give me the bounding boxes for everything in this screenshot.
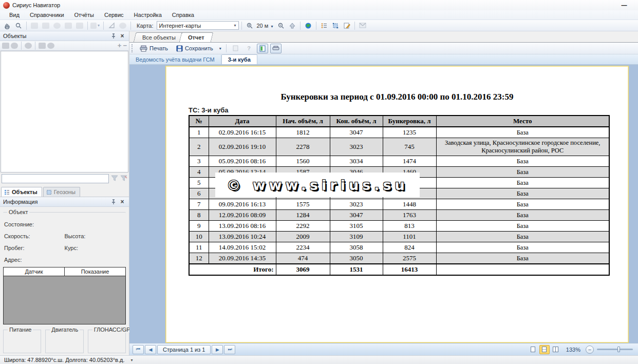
tab-all-objects[interactable]: Все объекты	[134, 32, 185, 42]
measure-icon[interactable]	[106, 21, 117, 30]
print-button[interactable]: Печать	[137, 44, 171, 53]
geozone-icon[interactable]	[330, 21, 341, 30]
table-cell: База	[436, 188, 609, 199]
status-bar: Широта: 47.88920°с.ш. Долгота: 40.05203°…	[0, 355, 638, 364]
objects-filter-input[interactable]	[2, 174, 109, 183]
map-scale-select[interactable]: 20 м ▾	[257, 23, 274, 29]
report-viewport[interactable]: Бункеровки за период с 01.09.2016 00:00 …	[129, 65, 638, 343]
globe-small-icon[interactable]	[47, 43, 54, 49]
link-icon[interactable]	[11, 43, 18, 49]
menu-view[interactable]: Вид	[4, 11, 25, 19]
table-cell: 1	[189, 127, 209, 138]
table-cell: 3058	[330, 242, 383, 253]
table-cell: 745	[383, 138, 436, 156]
zoom-select-icon[interactable]	[13, 21, 24, 30]
table-cell: 474	[276, 253, 330, 264]
prev-page-button[interactable]: ◀	[145, 345, 156, 354]
coordinates-text: Широта: 47.88920°с.ш. Долгота: 40.05203°…	[4, 357, 124, 363]
flag-icon[interactable]	[74, 21, 85, 30]
page-setup-icon[interactable]	[230, 44, 241, 53]
save-dropdown-arrow[interactable]: ▾	[218, 46, 222, 51]
totals-start-volume: 3069	[276, 264, 330, 275]
table-cell: 05.09.2016 08:16	[209, 156, 276, 167]
table-cell: 11	[189, 242, 209, 253]
vehicle-icon[interactable]	[39, 43, 46, 49]
group-objects-icon[interactable]	[2, 43, 9, 49]
table-cell: 1575	[276, 199, 330, 210]
watermark: © www.sirius.su	[215, 173, 420, 197]
print-layout-icon[interactable]	[270, 44, 282, 53]
expand-all-button[interactable]: +	[118, 43, 122, 48]
first-page-button[interactable]: ⏮	[133, 345, 144, 354]
layers-icon[interactable]: ▾	[90, 21, 101, 30]
table-cell: 3023	[330, 199, 383, 210]
table-row: 812.09.2016 08:09128430471763База	[189, 210, 609, 221]
geozone-icon	[46, 189, 52, 195]
table-cell: 6	[189, 188, 209, 199]
table-row: 709.09.2016 16:13157530231448База	[189, 199, 609, 210]
address-label: Адрес:	[4, 257, 22, 263]
map-select[interactable]: Интернет-карты ▾	[157, 21, 239, 30]
table-cell: 14.09.2016 15:02	[209, 242, 276, 253]
tab-fuel-sheet[interactable]: Ведомость учёта выдачи ГСМ	[129, 55, 221, 64]
tab-geozones[interactable]: Геозоны	[43, 187, 80, 197]
help-icon[interactable]: ?	[243, 44, 255, 53]
tab-3i-kuba[interactable]: 3-и куба	[221, 54, 257, 64]
zoom-slider[interactable]	[597, 349, 633, 350]
menu-service[interactable]: Сервис	[99, 11, 129, 19]
next-page-button[interactable]: ▶	[212, 345, 223, 354]
tab-report[interactable]: Отчет	[179, 32, 213, 42]
multi-page-view-button[interactable]	[551, 345, 561, 354]
close-icon[interactable]: ×	[119, 32, 126, 40]
page-view-icon[interactable]	[257, 44, 268, 53]
zoom-out-button[interactable]: −	[586, 346, 594, 354]
list-icon	[4, 189, 10, 195]
status-dropdown-icon[interactable]: ▾	[130, 358, 133, 362]
object-list-icon[interactable]	[319, 21, 329, 30]
filter-icon[interactable]	[111, 175, 118, 182]
zoom-out-icon[interactable]	[276, 21, 286, 30]
edit-notes-icon[interactable]	[342, 21, 352, 30]
home-view-icon[interactable]	[287, 21, 297, 30]
select-lasso-icon[interactable]	[41, 21, 51, 30]
menu-help[interactable]: Справка	[167, 11, 199, 19]
pin-icon[interactable]	[110, 198, 117, 205]
pin-icon[interactable]	[110, 32, 117, 40]
power-label: Питание	[8, 327, 33, 333]
show-on-map-icon[interactable]	[25, 43, 32, 49]
select-circle-icon[interactable]	[52, 21, 62, 30]
collapse-all-button[interactable]: −	[123, 43, 127, 48]
objects-list[interactable]	[1, 51, 128, 173]
printer-icon	[140, 45, 147, 52]
report-toolbar: Печать Сохранить ▾ ?	[129, 43, 638, 54]
menu-reports[interactable]: Отчёты	[69, 11, 99, 19]
select-rect-icon[interactable]	[29, 21, 40, 30]
menu-settings[interactable]: Настройка	[129, 11, 167, 19]
map-label: Карта:	[137, 23, 154, 29]
minimize-button[interactable]: —	[617, 2, 631, 8]
globe-icon[interactable]	[303, 21, 313, 30]
table-cell: 2292	[276, 221, 330, 232]
pan-hand-icon[interactable]	[2, 21, 12, 30]
menu-directories[interactable]: Справочники	[25, 11, 69, 19]
save-icon	[176, 45, 183, 52]
value-column-header: Показание	[65, 267, 125, 276]
close-icon[interactable]: ×	[119, 198, 126, 205]
single-page-view-button[interactable]	[528, 345, 538, 354]
mail-icon[interactable]	[358, 21, 368, 30]
report-subject: ТС: 3-и куба	[189, 106, 628, 114]
fit-width-view-button[interactable]	[539, 345, 550, 354]
table-cell: 824	[383, 242, 436, 253]
track-icon[interactable]	[118, 21, 128, 30]
save-button[interactable]: Сохранить	[173, 44, 216, 53]
table-cell: 3047	[330, 127, 383, 138]
select-area-icon[interactable]	[63, 21, 73, 30]
last-page-button[interactable]: ⏭	[224, 345, 235, 354]
zoom-in-icon[interactable]	[245, 21, 255, 30]
table-cell: База	[436, 178, 609, 188]
tab-objects[interactable]: Объекты	[1, 187, 42, 197]
objects-panel-title: Объекты	[3, 33, 108, 39]
clear-filter-icon[interactable]	[120, 175, 127, 182]
zoom-slider-thumb[interactable]	[617, 347, 620, 352]
watermark-text: © www.sirius.su	[227, 177, 408, 193]
